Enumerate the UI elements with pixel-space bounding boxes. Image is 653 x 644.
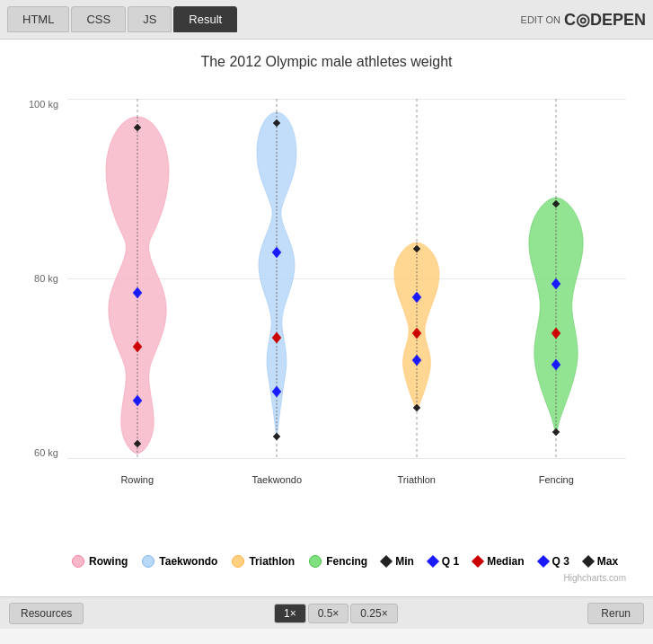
triathlon-label: Triathlon	[398, 474, 436, 485]
rerun-button[interactable]: Rerun	[587, 603, 644, 624]
legend-triathlon-icon	[232, 555, 244, 568]
codepen-edit-label: EDIT ON	[521, 14, 560, 25]
legend-q3-icon	[536, 555, 549, 568]
violin-triathlon-svg	[372, 90, 462, 467]
chart-inner: 100 kg 80 kg 60 kg	[18, 81, 635, 548]
legend-taekwondo: Taekwondo	[142, 555, 217, 568]
legend-median-label: Median	[487, 555, 524, 568]
legend-min: Min	[382, 555, 414, 568]
legend-max-label: Max	[597, 555, 618, 568]
legend-q1-label: Q 1	[442, 555, 459, 568]
fencing-label: Fencing	[539, 474, 574, 485]
violin-rowing-svg	[93, 90, 182, 467]
y-label-60: 60 kg	[18, 447, 58, 458]
zoom-025x-button[interactable]: 0.25×	[350, 604, 397, 623]
zoom-1x-button[interactable]: 1×	[274, 604, 306, 623]
legend-rowing-icon	[72, 555, 84, 568]
violins-container: Rowing	[67, 90, 626, 494]
legend-fencing: Fencing	[309, 555, 367, 568]
violin-rowing: Rowing	[84, 90, 191, 485]
resources-button[interactable]: Resources	[9, 603, 84, 624]
legend-q3: Q 3	[539, 555, 569, 568]
legend: Rowing Taekwondo Triathlon Fencing Min Q…	[18, 548, 635, 571]
violin-fencing: Fencing	[502, 90, 610, 485]
chart-area: The 2012 Olympic male athletes weight 10…	[0, 40, 653, 596]
violin-fencing-svg	[511, 90, 601, 467]
rowing-label: Rowing	[120, 474, 154, 485]
highcharts-credit: Highcharts.com	[18, 571, 635, 583]
violin-taekwondo: Taekwondo	[223, 90, 331, 485]
zoom-controls: 1× 0.5× 0.25×	[274, 604, 398, 623]
taekwondo-label: Taekwondo	[251, 474, 302, 485]
legend-taekwondo-label: Taekwondo	[159, 555, 217, 568]
legend-triathlon-label: Triathlon	[249, 555, 295, 568]
legend-min-icon	[380, 555, 393, 568]
legend-taekwondo-icon	[142, 555, 154, 568]
legend-median-icon	[472, 555, 484, 568]
violin-triathlon: Triathlon	[363, 90, 471, 485]
zoom-05x-button[interactable]: 0.5×	[308, 604, 349, 623]
tab-html[interactable]: HTML	[7, 6, 69, 32]
legend-max: Max	[584, 555, 618, 568]
legend-rowing-label: Rowing	[89, 555, 128, 568]
legend-max-icon	[582, 555, 595, 568]
y-label-100: 100 kg	[18, 99, 58, 110]
bottom-bar: Resources 1× 0.5× 0.25× Rerun	[0, 596, 653, 629]
legend-q1-icon	[427, 555, 439, 568]
svg-marker-27	[552, 428, 560, 436]
legend-min-label: Min	[395, 555, 414, 568]
legend-fencing-icon	[309, 555, 322, 568]
legend-q3-label: Q 3	[552, 555, 569, 568]
y-label-80: 80 kg	[18, 273, 58, 284]
legend-rowing: Rowing	[72, 555, 128, 568]
tab-result[interactable]: Result	[173, 6, 237, 32]
violin-taekwondo-svg	[232, 90, 322, 467]
tab-js[interactable]: JS	[128, 6, 172, 32]
svg-marker-13	[273, 433, 280, 440]
toolbar: HTML CSS JS Result EDIT ON C◎DEPEN	[0, 0, 653, 40]
legend-q1: Q 1	[428, 555, 459, 568]
legend-median: Median	[473, 555, 524, 568]
codepen-edit[interactable]: EDIT ON C◎DEPEN	[521, 10, 646, 30]
codepen-logo: C◎DEPEN	[564, 10, 646, 30]
legend-triathlon: Triathlon	[232, 555, 295, 568]
tab-css[interactable]: CSS	[71, 6, 126, 32]
chart-title: The 2012 Olympic male athletes weight	[18, 54, 635, 70]
legend-fencing-label: Fencing	[326, 555, 367, 568]
